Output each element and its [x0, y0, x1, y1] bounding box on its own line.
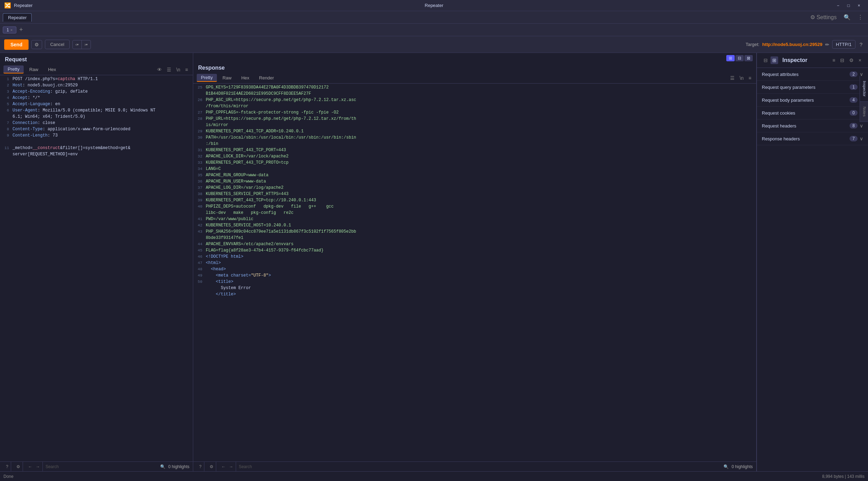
request-tab-1[interactable]: 1 ×: [3, 26, 16, 33]
help-button[interactable]: ?: [858, 40, 864, 49]
side-tab-notes[interactable]: Notes: [860, 102, 868, 122]
cancel-button[interactable]: Cancel: [45, 40, 69, 49]
toolbar-gear-button[interactable]: ⚙: [31, 40, 42, 49]
inspector-view-btn-2[interactable]: ⊞: [771, 56, 778, 64]
side-tab-inspector[interactable]: Inspector: [860, 76, 868, 102]
back-button[interactable]: ‹ ▾: [73, 40, 81, 49]
resp-line-50c: </title>: [193, 292, 756, 298]
tab-repeater[interactable]: Repeater: [3, 13, 32, 22]
view-split-btn[interactable]: ⊞: [726, 55, 735, 61]
response-view-toggle-bar: ⊞ ⊟ ⊠: [193, 53, 756, 61]
response-size-info: 8,994 bytes | 143 millis: [822, 474, 865, 479]
view-hsplit-btn[interactable]: ⊟: [735, 55, 744, 61]
response-list-icon[interactable]: ☰: [729, 75, 736, 82]
inspector-row-count-attributes: 2: [850, 71, 858, 77]
request-list-icon[interactable]: ☰: [165, 66, 173, 73]
response-gear-btn[interactable]: ⚙: [209, 464, 214, 470]
inspector-row-count-body: 4: [850, 97, 858, 103]
tab-response-hex[interactable]: Hex: [237, 74, 253, 82]
resp-line-25b: B1B44D8F021E4AE2D6021E995DC9CFF8D3EE5AF2…: [193, 91, 756, 98]
response-search-input[interactable]: [239, 464, 722, 469]
response-more-icon[interactable]: ≡: [747, 75, 753, 82]
request-wrap-icon[interactable]: \n: [175, 66, 182, 73]
inspector-row-count-query: 1: [850, 84, 858, 90]
inspector-gear-btn[interactable]: ⚙: [847, 56, 855, 64]
inspector-row-arrow-req-headers: ∨: [860, 123, 863, 129]
request-line-1: 1 POST /index.php?s=captcha HTTP/1.1: [0, 77, 193, 83]
resp-line-32: 32 APACHE_LOCK_DIR=/var/lock/apache2: [193, 154, 756, 160]
resp-line-31: 31 KUBERNETES_PORT_443_TCP_PORT=443: [193, 148, 756, 154]
request-search-input[interactable]: [46, 464, 158, 469]
tab-request-raw[interactable]: Raw: [25, 66, 42, 73]
request-line-11b: server[REQUEST_METHOD]=env: [0, 152, 193, 158]
response-back-btn[interactable]: ←: [220, 464, 227, 470]
tab-response-raw[interactable]: Raw: [218, 74, 236, 82]
close-button[interactable]: ×: [854, 2, 864, 9]
response-highlights: 0 highlights: [732, 464, 753, 469]
request-line-6: 6 User-Agent: Mozilla/5.0 (compatible; M…: [0, 108, 193, 114]
response-wrap-icon[interactable]: \n: [738, 75, 745, 82]
request-content[interactable]: 1 POST /index.php?s=captcha HTTP/1.1 2 H…: [0, 75, 193, 461]
inspector-view-btn-1[interactable]: ⊟: [762, 56, 769, 64]
response-help-section: ?: [197, 462, 204, 471]
resp-line-35: 35 APACHE_RUN_GROUP=www-data: [193, 173, 756, 179]
request-line-9: 9 Content-Length: 73: [0, 133, 193, 139]
inspector-row-count-req-headers: 8: [850, 123, 858, 129]
add-tab-button[interactable]: +: [18, 26, 24, 33]
request-search-section: 🔍: [46, 464, 166, 469]
resp-line-44: 44 APACHE_ENVVARS=/etc/apache2/envvars: [193, 242, 756, 248]
resp-line-46: 46 <!DOCTYPE html>: [193, 254, 756, 261]
inspector-view-buttons: ⊟ ⊞: [762, 56, 778, 64]
close-tab-icon[interactable]: ×: [10, 28, 13, 32]
request-panel: Request Pretty Raw Hex 👁 ☰ \n ≡ 1 POST /…: [0, 53, 193, 471]
inspector-row-query-params[interactable]: Request query parameters 1 ∨: [757, 81, 868, 94]
response-forward-btn[interactable]: →: [228, 464, 234, 470]
inspector-row-label-resp-headers: Response headers: [762, 136, 850, 141]
inspector-title: Inspector: [782, 57, 807, 63]
request-line-6b: 6.1; Win64; x64; Trident/5.0): [0, 114, 193, 121]
tab-response-pretty[interactable]: Pretty: [197, 74, 217, 82]
inspector-row-cookies[interactable]: Request cookies 0 ∨: [757, 107, 868, 119]
request-panel-tabs: Pretty Raw Hex 👁 ☰ \n ≡: [0, 64, 193, 75]
settings-button[interactable]: ⚙ Settings: [808, 13, 839, 21]
response-help-btn[interactable]: ?: [198, 464, 203, 470]
inspector-row-count-cookies: 0: [850, 110, 858, 116]
request-back-btn[interactable]: ←: [27, 464, 33, 470]
view-full-btn[interactable]: ⊠: [744, 55, 753, 61]
resp-line-43b: 8bde33f93147fe1: [193, 235, 756, 242]
inspector-row-label-attributes: Request attributes: [762, 72, 850, 77]
inspector-align-center-btn[interactable]: ⊟: [838, 56, 846, 64]
response-content[interactable]: 25 GPG_KEYS=1729F83938DA44E27BA0F4D3DBDB…: [193, 84, 756, 461]
forward-button[interactable]: › ▾: [82, 40, 91, 49]
menu-button[interactable]: ⋮: [855, 13, 865, 21]
send-button[interactable]: Send: [4, 39, 29, 50]
inspector-header: ⊟ ⊞ Inspector ≡ ⊟ ⚙ ×: [757, 53, 868, 68]
resp-line-36: 36 APACHE_RUN_USER=www-data: [193, 179, 756, 185]
tab-request-pretty[interactable]: Pretty: [3, 65, 24, 73]
request-more-icon[interactable]: ≡: [184, 66, 189, 73]
request-eye-icon[interactable]: 👁: [156, 66, 163, 73]
response-search-button[interactable]: 🔍: [724, 464, 729, 469]
request-forward-btn[interactable]: →: [35, 464, 41, 470]
resp-line-40: 40 PHPIZE_DEPS=autoconf dpkg-dev file g+…: [193, 204, 756, 210]
search-tab-button[interactable]: 🔍: [842, 13, 853, 21]
tab-response-render[interactable]: Render: [255, 74, 278, 82]
request-gear-btn[interactable]: ⚙: [15, 464, 21, 470]
inspector-align-left-btn[interactable]: ≡: [831, 56, 837, 64]
request-help-btn[interactable]: ?: [5, 464, 9, 470]
response-gear-section: ⚙: [207, 462, 216, 471]
request-search-button[interactable]: 🔍: [160, 464, 165, 469]
target-edit-button[interactable]: ✏: [825, 42, 829, 47]
http-version-button[interactable]: HTTP/1: [832, 40, 855, 49]
status-bar: Done 8,994 bytes | 143 millis: [0, 471, 868, 481]
inspector-row-body-params[interactable]: Request body parameters 4 ∨: [757, 94, 868, 107]
minimize-button[interactable]: −: [833, 2, 843, 9]
maximize-button[interactable]: □: [844, 2, 853, 9]
inspector-close-btn[interactable]: ×: [857, 56, 863, 64]
resp-line-33: 33 KUBERNETES_PORT_443_TCP_PROTO=tcp: [193, 160, 756, 166]
inspector-row-req-headers[interactable]: Request headers 8 ∨: [757, 119, 868, 132]
tab-request-hex[interactable]: Hex: [44, 66, 60, 73]
inspector-row-attributes[interactable]: Request attributes 2 ∨: [757, 68, 868, 81]
resp-line-49: 49 <meta charset="UTF-8">: [193, 273, 756, 279]
inspector-row-resp-headers[interactable]: Response headers 7 ∨: [757, 132, 868, 145]
